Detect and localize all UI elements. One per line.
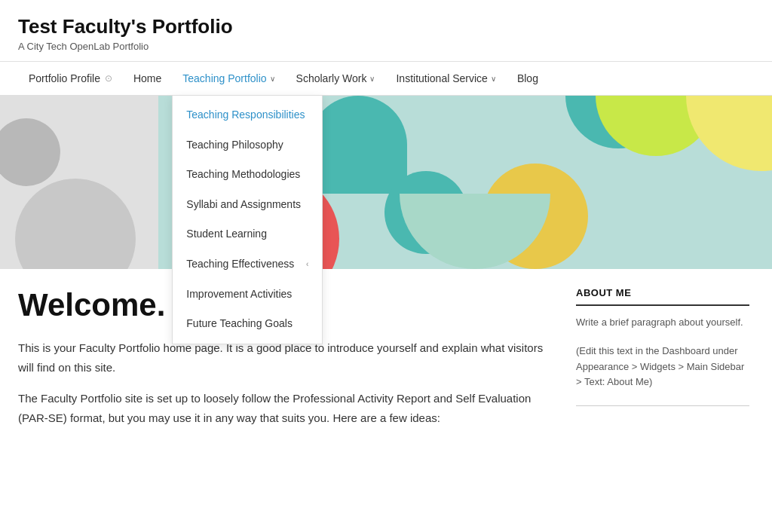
nav-label-scholarly-work: Scholarly Work	[296, 72, 367, 84]
dropdown-item-teaching-responsibilities[interactable]: Teaching Responsibilities	[173, 100, 322, 130]
dropdown-item-syllabi-assignments[interactable]: Syllabi and Assignments	[173, 190, 322, 220]
nav-label-blog: Blog	[517, 72, 538, 84]
dropdown-label-syllabi-assignments: Syllabi and Assignments	[186, 197, 301, 212]
nav-item-institutional-service: Institutional Service ∨	[385, 62, 506, 95]
page-body: Welcome. This is your Faculty Portfolio …	[0, 269, 772, 454]
dropdown-label-future-teaching-goals: Future Teaching Goals	[186, 316, 293, 332]
site-title: Test Faculty's Portfolio	[18, 15, 754, 38]
site-header: Test Faculty's Portfolio A City Tech Ope…	[0, 0, 772, 61]
nav-link-home[interactable]: Home	[123, 62, 172, 95]
deco-circle-teal-top	[309, 96, 407, 194]
nav-list: Portfolio Profile ⊙ Home Teaching Portfo…	[18, 62, 754, 95]
hero-section	[0, 96, 772, 269]
intro-paragraph-2: The Faculty Portfolio site is set up to …	[18, 389, 546, 427]
nav-label-institutional-service: Institutional Service	[396, 72, 487, 84]
nav-link-scholarly-work[interactable]: Scholarly Work ∨	[286, 62, 386, 95]
nav-link-blog[interactable]: Blog	[507, 62, 549, 95]
nav-link-teaching-portfolio[interactable]: Teaching Portfolio ∨	[172, 62, 285, 95]
nav-label-teaching-portfolio: Teaching Portfolio	[182, 72, 266, 84]
nav-item-blog: Blog	[507, 62, 549, 95]
nav-label-portfolio-profile: Portfolio Profile	[29, 72, 100, 84]
dropdown-item-improvement-activities[interactable]: Improvement Activities	[173, 280, 322, 310]
sidebar: ABOUT ME Write a brief paragraph about y…	[576, 287, 749, 439]
about-me-note: (Edit this text in the Dashboard under A…	[576, 344, 749, 390]
nav-item-teaching-portfolio: Teaching Portfolio ∨ Teaching Responsibi…	[172, 62, 285, 95]
about-me-section: ABOUT ME Write a brief paragraph about y…	[576, 287, 749, 390]
dropdown-item-future-teaching-goals[interactable]: Future Teaching Goals	[173, 309, 322, 339]
main-nav: Portfolio Profile ⊙ Home Teaching Portfo…	[0, 61, 772, 96]
hero-circle-small	[0, 118, 60, 186]
nav-label-home: Home	[133, 72, 161, 84]
teaching-portfolio-dropdown: Teaching Responsibilities Teaching Philo…	[172, 95, 323, 344]
dropdown-item-teaching-methodologies[interactable]: Teaching Methodologies	[173, 160, 322, 190]
hero-left-panel	[0, 96, 158, 269]
nav-item-home: Home	[123, 62, 172, 95]
nav-link-portfolio-profile[interactable]: Portfolio Profile ⊙	[18, 62, 123, 95]
nav-item-scholarly-work: Scholarly Work ∨	[286, 62, 386, 95]
chevron-down-icon-scholarly: ∨	[369, 75, 375, 83]
nav-item-portfolio-profile: Portfolio Profile ⊙	[18, 62, 123, 95]
about-me-title: ABOUT ME	[576, 287, 749, 306]
deco-circle-bright-yellow	[686, 96, 772, 171]
sidebar-divider	[576, 405, 749, 406]
dropdown-label-teaching-philosophy: Teaching Philosophy	[186, 138, 283, 153]
nav-link-institutional-service[interactable]: Institutional Service ∨	[385, 62, 506, 95]
dropdown-label-student-learning: Student Learning	[186, 227, 267, 242]
dropdown-label-improvement-activities: Improvement Activities	[186, 287, 292, 302]
dropdown-item-student-learning[interactable]: Student Learning	[173, 219, 322, 249]
dropdown-item-teaching-effectiveness[interactable]: Teaching Effectiveness ‹	[173, 249, 322, 280]
site-subtitle: A City Tech OpenLab Portfolio	[18, 41, 754, 52]
chevron-down-icon: ∨	[270, 75, 275, 83]
about-me-text: Write a brief paragraph about yourself.	[576, 315, 749, 331]
dropdown-label-teaching-effectiveness: Teaching Effectiveness	[186, 257, 294, 272]
dropdown-item-teaching-philosophy[interactable]: Teaching Philosophy	[173, 130, 322, 161]
hero-circle-big	[15, 179, 136, 269]
chevron-down-icon-institutional: ∨	[491, 75, 496, 83]
external-link-icon: ⊙	[105, 73, 112, 84]
sub-menu-arrow-icon: ‹	[306, 259, 308, 270]
dropdown-label-teaching-responsibilities: Teaching Responsibilities	[186, 108, 305, 123]
dropdown-label-teaching-methodologies: Teaching Methodologies	[186, 167, 300, 182]
